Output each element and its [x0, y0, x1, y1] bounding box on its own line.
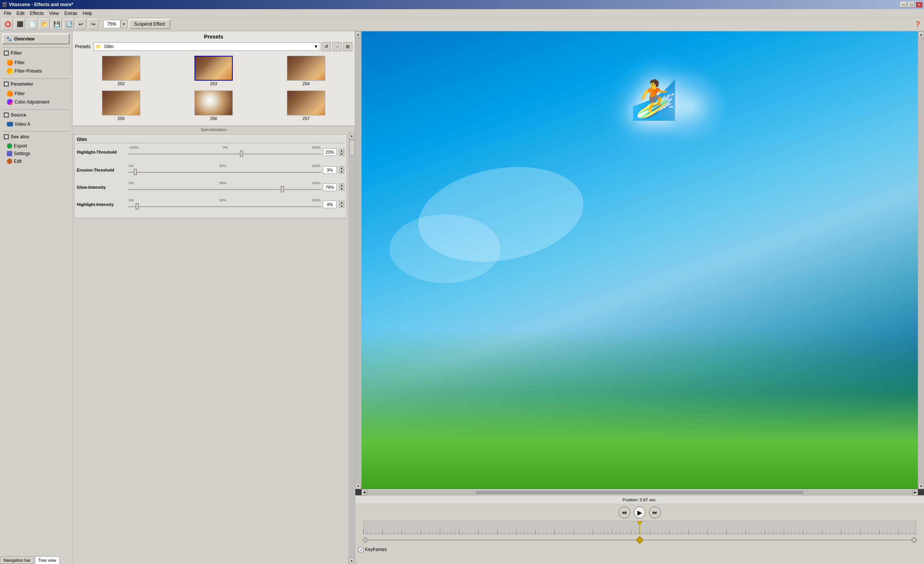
erosion-threshold-down[interactable]: ▼	[339, 170, 344, 173]
highlight-intensity-handle[interactable]	[136, 203, 139, 209]
save-button[interactable]: 💾	[51, 19, 62, 29]
maximize-button[interactable]: □	[908, 2, 915, 8]
preview-scroll-track-left[interactable]	[355, 37, 361, 483]
right-panel: ▲ ▼ 🏄	[355, 31, 924, 564]
spec-scroll-down[interactable]: ▼	[349, 558, 355, 564]
filter-item-filter[interactable]: Filter	[5, 58, 70, 67]
forward-button[interactable]: ⏭	[649, 506, 661, 519]
refresh-button[interactable]: 🔃	[63, 19, 74, 29]
highlight-intensity-row: Highlight-Intensity 0% 50% 100%	[77, 198, 344, 210]
preset-item-253[interactable]: 253	[169, 55, 258, 87]
preset-arrow-button[interactable]: →	[332, 42, 342, 51]
preview-hscroll-thumb[interactable]	[476, 491, 803, 494]
open-button[interactable]: 📄	[27, 19, 37, 29]
overview-button[interactable]: 🐾 Overview	[2, 34, 70, 44]
title-bar-text: 🎬 Vitascene - Effects and more*	[2, 2, 73, 7]
source-section-label: Source	[11, 112, 26, 118]
glow-intensity-row: Glow-Intensity 0% 50% 100%	[77, 181, 344, 193]
timeline: Position: 0.87 sec. ⏮ ▶ ⏭	[355, 495, 924, 564]
highlight-threshold-area: -100% 0% 100%	[128, 146, 321, 159]
stop-button[interactable]: ⬛	[15, 19, 25, 29]
presets-select[interactable]: 📁 Glim ▼	[94, 42, 320, 51]
preset-item-255[interactable]: 255	[76, 90, 166, 122]
preset-item-254[interactable]: 254	[261, 55, 351, 87]
menu-help[interactable]: Help	[80, 10, 94, 17]
parameter-filter-item[interactable]: Filter	[5, 89, 70, 98]
preview-hscroll-right[interactable]: ▶	[913, 490, 918, 495]
keyframe-right-marker	[911, 537, 918, 543]
menu-extras[interactable]: Extras	[62, 10, 79, 17]
spec-scroll-track[interactable]	[349, 139, 355, 558]
preview-scroll-track-right[interactable]	[918, 37, 924, 483]
filter-presets-item[interactable]: Filter-Presets	[5, 67, 70, 75]
highlight-threshold-down[interactable]: ▼	[339, 152, 344, 156]
glow-intensity-track[interactable]	[128, 185, 321, 193]
menu-view[interactable]: View	[47, 10, 62, 17]
highlight-threshold-track[interactable]	[128, 150, 321, 157]
settings-item[interactable]: Settings	[5, 150, 70, 157]
preview-scroll-up-right[interactable]: ▲	[918, 31, 924, 37]
menu-effects[interactable]: Effects	[28, 10, 46, 17]
preset-item-252[interactable]: 252	[76, 55, 166, 87]
erosion-threshold-track[interactable]	[128, 168, 321, 176]
edit-icon	[7, 159, 12, 164]
preset-grid-button[interactable]: ⊞	[343, 42, 352, 51]
load-button[interactable]: 📂	[39, 19, 50, 29]
highlight-threshold-up[interactable]: ▲	[339, 149, 344, 152]
parameter-section-label: Parameter	[11, 81, 33, 87]
glow-intensity-handle[interactable]	[281, 186, 284, 192]
play-button[interactable]: ▶	[634, 506, 646, 519]
redo-button[interactable]: ↪	[88, 19, 99, 29]
video-a-item[interactable]: Video A	[5, 120, 70, 128]
preset-item-257[interactable]: 257	[261, 90, 351, 122]
new-button[interactable]: ⭕	[2, 19, 13, 29]
navigation-bar-tab[interactable]: Navigation bar	[0, 556, 34, 564]
preview-scroll-up-left[interactable]: ▲	[355, 31, 361, 37]
preset-thumb-252	[102, 56, 140, 81]
minimize-button[interactable]: ─	[900, 2, 907, 8]
highlight-intensity-up[interactable]: ▲	[339, 201, 344, 204]
glow-intensity-up[interactable]: ▲	[339, 183, 344, 187]
highlight-intensity-scale: 0% 50% 100%	[128, 198, 321, 202]
edit-item[interactable]: Edit	[5, 157, 70, 165]
glow-intensity-down[interactable]: ▼	[339, 187, 344, 191]
menu-file[interactable]: File	[2, 10, 13, 17]
presets-section: Presets Presets 📁 Glim ▼ ↺ → ⊞	[73, 31, 355, 126]
preview-scroll-down-right[interactable]: ▼	[918, 483, 924, 489]
highlight-threshold-handle[interactable]	[240, 151, 243, 157]
highlight-intensity-track[interactable]	[128, 203, 321, 210]
preview-scroll-down-left[interactable]: ▼	[355, 483, 361, 489]
zoom-input[interactable]: 75%	[103, 20, 120, 28]
preview-hscroll-left[interactable]: ◀	[361, 490, 367, 495]
export-item[interactable]: Export	[5, 142, 70, 150]
glow-intensity-label: Glow-Intensity	[77, 185, 126, 190]
erosion-threshold-up[interactable]: ▲	[339, 166, 344, 170]
see-also-header: 🔲 See also	[2, 133, 70, 141]
spec-scroll-up[interactable]: ▲	[349, 133, 355, 139]
timeline-ruler[interactable]	[363, 521, 916, 535]
rewind-button[interactable]: ⏮	[618, 506, 631, 519]
undo-button[interactable]: ↩	[76, 19, 86, 29]
preview-hscroll-track[interactable]	[367, 491, 913, 494]
preset-refresh-button[interactable]: ↺	[322, 42, 331, 51]
overview-section: 🐾 Overview	[2, 34, 70, 44]
playhead[interactable]	[637, 521, 642, 534]
help-icon[interactable]: ❓	[913, 20, 922, 28]
video-a-icon	[7, 122, 13, 126]
tree-view-tab[interactable]: Tree view	[35, 556, 60, 564]
erosion-threshold-handle[interactable]	[134, 169, 137, 175]
zoom-dropdown[interactable]: ▼	[120, 20, 127, 28]
keyframe-center[interactable]	[636, 536, 644, 544]
nav-tabs: Navigation bar Tree view	[0, 556, 73, 564]
keyframes-checkbox[interactable]: ✓	[358, 547, 363, 552]
suspend-effect-button[interactable]: Suspend Effect	[129, 19, 170, 29]
menu-edit[interactable]: Edit	[14, 10, 27, 17]
spec-scroll-thumb[interactable]	[349, 140, 355, 156]
preset-dropdown-arrow: ▼	[314, 44, 318, 49]
highlight-intensity-down[interactable]: ▼	[339, 204, 344, 208]
color-adjustment-item[interactable]: Color Adjustment	[5, 98, 70, 106]
close-button[interactable]: ✕	[916, 2, 922, 8]
preset-item-256[interactable]: 256	[169, 90, 258, 122]
playhead-triangle	[637, 521, 642, 526]
preset-thumb-257	[287, 91, 325, 115]
